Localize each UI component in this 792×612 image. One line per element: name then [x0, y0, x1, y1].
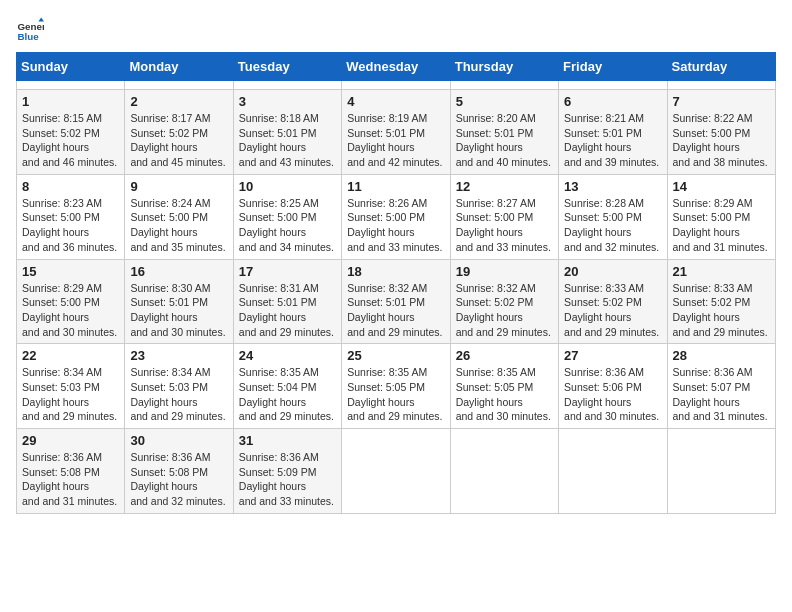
day-info: Sunrise: 8:33 AMSunset: 5:02 PMDaylight … — [564, 281, 661, 340]
calendar-cell: 4 Sunrise: 8:19 AMSunset: 5:01 PMDayligh… — [342, 90, 450, 175]
calendar-cell — [559, 429, 667, 514]
calendar-cell: 8 Sunrise: 8:23 AMSunset: 5:00 PMDayligh… — [17, 174, 125, 259]
calendar-cell: 25 Sunrise: 8:35 AMSunset: 5:05 PMDaylig… — [342, 344, 450, 429]
calendar-cell — [125, 81, 233, 90]
day-number: 14 — [673, 179, 770, 194]
day-info: Sunrise: 8:32 AMSunset: 5:02 PMDaylight … — [456, 281, 553, 340]
day-number: 13 — [564, 179, 661, 194]
day-info: Sunrise: 8:31 AMSunset: 5:01 PMDaylight … — [239, 281, 336, 340]
day-number: 7 — [673, 94, 770, 109]
day-info: Sunrise: 8:35 AMSunset: 5:05 PMDaylight … — [456, 365, 553, 424]
weekday-header-thursday: Thursday — [450, 53, 558, 81]
day-number: 15 — [22, 264, 119, 279]
day-info: Sunrise: 8:29 AMSunset: 5:00 PMDaylight … — [673, 196, 770, 255]
calendar-cell: 5 Sunrise: 8:20 AMSunset: 5:01 PMDayligh… — [450, 90, 558, 175]
calendar-cell: 16 Sunrise: 8:30 AMSunset: 5:01 PMDaylig… — [125, 259, 233, 344]
day-number: 8 — [22, 179, 119, 194]
calendar-cell: 29 Sunrise: 8:36 AMSunset: 5:08 PMDaylig… — [17, 429, 125, 514]
day-number: 28 — [673, 348, 770, 363]
day-info: Sunrise: 8:23 AMSunset: 5:00 PMDaylight … — [22, 196, 119, 255]
calendar-cell — [450, 81, 558, 90]
day-info: Sunrise: 8:36 AMSunset: 5:06 PMDaylight … — [564, 365, 661, 424]
day-number: 10 — [239, 179, 336, 194]
day-number: 31 — [239, 433, 336, 448]
day-info: Sunrise: 8:24 AMSunset: 5:00 PMDaylight … — [130, 196, 227, 255]
day-info: Sunrise: 8:27 AMSunset: 5:00 PMDaylight … — [456, 196, 553, 255]
calendar-cell — [559, 81, 667, 90]
calendar-week-row: 8 Sunrise: 8:23 AMSunset: 5:00 PMDayligh… — [17, 174, 776, 259]
day-number: 20 — [564, 264, 661, 279]
calendar-week-row: 22 Sunrise: 8:34 AMSunset: 5:03 PMDaylig… — [17, 344, 776, 429]
calendar-week-row: 29 Sunrise: 8:36 AMSunset: 5:08 PMDaylig… — [17, 429, 776, 514]
weekday-header-sunday: Sunday — [17, 53, 125, 81]
day-number: 1 — [22, 94, 119, 109]
day-number: 22 — [22, 348, 119, 363]
day-number: 12 — [456, 179, 553, 194]
calendar-cell: 6 Sunrise: 8:21 AMSunset: 5:01 PMDayligh… — [559, 90, 667, 175]
calendar-cell: 12 Sunrise: 8:27 AMSunset: 5:00 PMDaylig… — [450, 174, 558, 259]
calendar-cell: 24 Sunrise: 8:35 AMSunset: 5:04 PMDaylig… — [233, 344, 341, 429]
calendar-cell — [342, 429, 450, 514]
day-info: Sunrise: 8:34 AMSunset: 5:03 PMDaylight … — [22, 365, 119, 424]
day-info: Sunrise: 8:36 AMSunset: 5:08 PMDaylight … — [130, 450, 227, 509]
calendar-cell: 13 Sunrise: 8:28 AMSunset: 5:00 PMDaylig… — [559, 174, 667, 259]
calendar-cell: 22 Sunrise: 8:34 AMSunset: 5:03 PMDaylig… — [17, 344, 125, 429]
weekday-header-saturday: Saturday — [667, 53, 775, 81]
weekday-header-row: SundayMondayTuesdayWednesdayThursdayFrid… — [17, 53, 776, 81]
page-header: General Blue — [16, 16, 776, 44]
svg-marker-2 — [38, 17, 44, 21]
calendar-cell: 3 Sunrise: 8:18 AMSunset: 5:01 PMDayligh… — [233, 90, 341, 175]
day-info: Sunrise: 8:15 AMSunset: 5:02 PMDaylight … — [22, 111, 119, 170]
calendar-cell: 18 Sunrise: 8:32 AMSunset: 5:01 PMDaylig… — [342, 259, 450, 344]
day-info: Sunrise: 8:20 AMSunset: 5:01 PMDaylight … — [456, 111, 553, 170]
day-number: 29 — [22, 433, 119, 448]
calendar-cell: 30 Sunrise: 8:36 AMSunset: 5:08 PMDaylig… — [125, 429, 233, 514]
day-info: Sunrise: 8:18 AMSunset: 5:01 PMDaylight … — [239, 111, 336, 170]
calendar-cell: 26 Sunrise: 8:35 AMSunset: 5:05 PMDaylig… — [450, 344, 558, 429]
calendar-cell: 9 Sunrise: 8:24 AMSunset: 5:00 PMDayligh… — [125, 174, 233, 259]
calendar-cell: 7 Sunrise: 8:22 AMSunset: 5:00 PMDayligh… — [667, 90, 775, 175]
day-number: 30 — [130, 433, 227, 448]
day-info: Sunrise: 8:26 AMSunset: 5:00 PMDaylight … — [347, 196, 444, 255]
calendar-cell: 28 Sunrise: 8:36 AMSunset: 5:07 PMDaylig… — [667, 344, 775, 429]
day-number: 17 — [239, 264, 336, 279]
day-info: Sunrise: 8:36 AMSunset: 5:07 PMDaylight … — [673, 365, 770, 424]
day-info: Sunrise: 8:17 AMSunset: 5:02 PMDaylight … — [130, 111, 227, 170]
day-info: Sunrise: 8:32 AMSunset: 5:01 PMDaylight … — [347, 281, 444, 340]
day-info: Sunrise: 8:19 AMSunset: 5:01 PMDaylight … — [347, 111, 444, 170]
day-number: 26 — [456, 348, 553, 363]
day-info: Sunrise: 8:21 AMSunset: 5:01 PMDaylight … — [564, 111, 661, 170]
day-number: 19 — [456, 264, 553, 279]
day-info: Sunrise: 8:25 AMSunset: 5:00 PMDaylight … — [239, 196, 336, 255]
day-number: 23 — [130, 348, 227, 363]
weekday-header-wednesday: Wednesday — [342, 53, 450, 81]
day-number: 5 — [456, 94, 553, 109]
day-number: 4 — [347, 94, 444, 109]
calendar-cell: 27 Sunrise: 8:36 AMSunset: 5:06 PMDaylig… — [559, 344, 667, 429]
calendar-cell: 17 Sunrise: 8:31 AMSunset: 5:01 PMDaylig… — [233, 259, 341, 344]
day-info: Sunrise: 8:36 AMSunset: 5:09 PMDaylight … — [239, 450, 336, 509]
day-number: 24 — [239, 348, 336, 363]
day-number: 11 — [347, 179, 444, 194]
day-info: Sunrise: 8:33 AMSunset: 5:02 PMDaylight … — [673, 281, 770, 340]
calendar-cell: 15 Sunrise: 8:29 AMSunset: 5:00 PMDaylig… — [17, 259, 125, 344]
calendar-cell — [667, 429, 775, 514]
calendar-cell: 11 Sunrise: 8:26 AMSunset: 5:00 PMDaylig… — [342, 174, 450, 259]
calendar-cell — [233, 81, 341, 90]
day-info: Sunrise: 8:36 AMSunset: 5:08 PMDaylight … — [22, 450, 119, 509]
calendar-cell: 20 Sunrise: 8:33 AMSunset: 5:02 PMDaylig… — [559, 259, 667, 344]
weekday-header-tuesday: Tuesday — [233, 53, 341, 81]
weekday-header-monday: Monday — [125, 53, 233, 81]
svg-text:Blue: Blue — [17, 31, 39, 42]
day-number: 3 — [239, 94, 336, 109]
calendar-table: SundayMondayTuesdayWednesdayThursdayFrid… — [16, 52, 776, 514]
day-number: 16 — [130, 264, 227, 279]
logo: General Blue — [16, 16, 44, 44]
calendar-week-row: 1 Sunrise: 8:15 AMSunset: 5:02 PMDayligh… — [17, 90, 776, 175]
day-number: 2 — [130, 94, 227, 109]
calendar-week-row: 15 Sunrise: 8:29 AMSunset: 5:00 PMDaylig… — [17, 259, 776, 344]
calendar-cell — [342, 81, 450, 90]
calendar-cell: 21 Sunrise: 8:33 AMSunset: 5:02 PMDaylig… — [667, 259, 775, 344]
day-info: Sunrise: 8:29 AMSunset: 5:00 PMDaylight … — [22, 281, 119, 340]
calendar-cell — [17, 81, 125, 90]
